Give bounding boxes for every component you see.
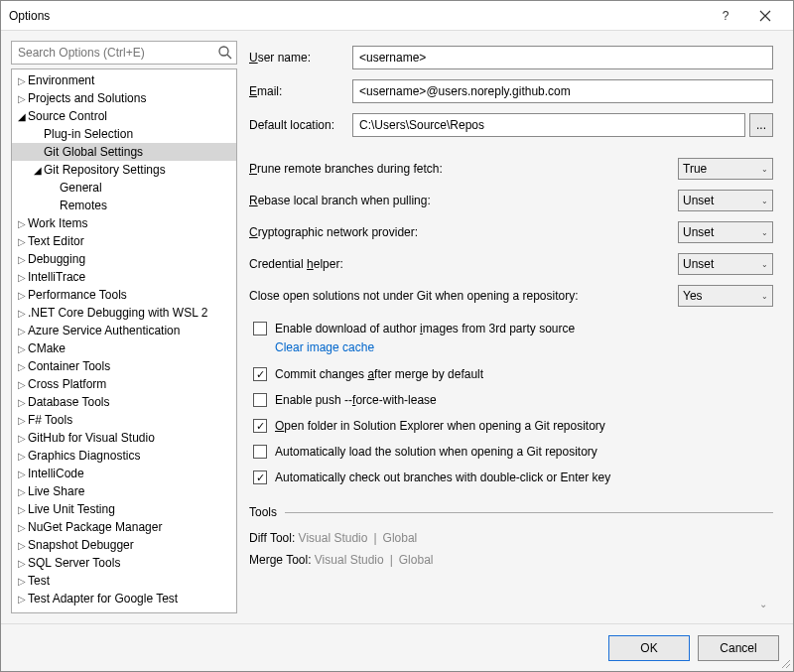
tree-item-label: Source Control	[28, 109, 107, 123]
diff-tool-visual-studio[interactable]: Visual Studio	[299, 531, 368, 545]
tree-item[interactable]: ▷Work Items	[12, 214, 236, 232]
arrow-right-icon: ▷	[16, 576, 28, 587]
arrow-right-icon: ▷	[16, 379, 28, 390]
tree-item[interactable]: ▷Test Adapter for Google Test	[12, 590, 236, 607]
merge-tool-global[interactable]: Global	[399, 553, 434, 567]
checkbox[interactable]: ✓	[253, 470, 267, 484]
username-input[interactable]	[352, 46, 773, 69]
tree-item-label: Projects and Solutions	[28, 91, 146, 105]
setting-dropdown[interactable]: Unset⌄	[678, 221, 773, 243]
checkbox[interactable]	[253, 393, 267, 407]
tree-item[interactable]: ▷Performance Tools	[12, 286, 236, 304]
tree-item[interactable]: ▷Graphics Diagnostics	[12, 447, 236, 465]
checkbox[interactable]: ✓	[253, 367, 267, 381]
search-input[interactable]	[11, 41, 237, 65]
setting-dropdown[interactable]: Unset⌄	[678, 190, 773, 211]
tree-item[interactable]: ▷Live Unit Testing	[12, 500, 236, 518]
tree-item-label: Snapshot Debugger	[28, 538, 134, 552]
tree-item-label: Performance Tools	[28, 288, 127, 302]
merge-tool-label: Merge Tool:	[249, 553, 311, 567]
tree-item[interactable]: Remotes	[12, 197, 236, 214]
tree-item-label: Git Global Settings	[44, 145, 143, 159]
tree-item[interactable]: ▷Azure Service Authentication	[12, 322, 236, 339]
close-button[interactable]	[745, 1, 785, 31]
tree-item[interactable]: ▷Database Tools	[12, 393, 236, 411]
tree-item-label: .NET Core Debugging with WSL 2	[28, 306, 207, 320]
checkbox[interactable]: ✓	[253, 419, 267, 433]
arrow-right-icon: ▷	[16, 558, 28, 569]
divider	[285, 512, 773, 513]
chevron-down-icon: ⌄	[761, 260, 768, 269]
chevron-down-icon: ⌄	[761, 197, 768, 205]
chevron-down-icon: ⌄	[761, 165, 768, 174]
tree-item[interactable]: ▷Environment	[12, 71, 236, 89]
help-button[interactable]: ?	[706, 1, 745, 31]
setting-dropdown[interactable]: Yes⌄	[678, 285, 773, 307]
tree-item[interactable]: ▷SQL Server Tools	[12, 554, 236, 572]
browse-button[interactable]: ...	[749, 113, 773, 137]
tree-item-label: Test Adapter for Google Test	[28, 592, 178, 605]
tree-item-label: Plug-in Selection	[44, 127, 133, 141]
checkbox-label: Open folder in Solution Explorer when op…	[275, 419, 605, 433]
tree-item[interactable]: ▷CMake	[12, 339, 236, 357]
tree-item[interactable]: ▷Test	[12, 572, 236, 590]
tree-item-label: Debugging	[28, 252, 85, 266]
tree-item[interactable]: ▷Snapshot Debugger	[12, 536, 236, 554]
checkbox-label: Enable download of author images from 3r…	[275, 322, 575, 336]
arrow-right-icon: ▷	[16, 451, 28, 462]
checkbox[interactable]	[253, 322, 267, 336]
arrow-right-icon: ▷	[16, 218, 28, 229]
options-tree[interactable]: ▷Environment▷Projects and Solutions◢Sour…	[12, 69, 236, 612]
setting-dropdown[interactable]: True⌄	[678, 158, 773, 180]
tree-item-label: Graphics Diagnostics	[28, 449, 140, 463]
arrow-right-icon: ▷	[16, 254, 28, 265]
arrow-right-icon: ▷	[16, 236, 28, 247]
tree-item[interactable]: ◢Source Control	[12, 107, 236, 125]
diff-tool-global[interactable]: Global	[383, 531, 418, 545]
tree-item[interactable]: Git Global Settings	[12, 143, 236, 161]
tree-item-label: Cross Platform	[28, 377, 106, 391]
chevron-down-icon: ⌄	[761, 228, 768, 237]
tree-item[interactable]: ▷Live Share	[12, 482, 236, 500]
tree-item[interactable]: ▷NuGet Package Manager	[12, 518, 236, 536]
tree-item[interactable]: Plug-in Selection	[12, 125, 236, 143]
ok-button[interactable]: OK	[608, 635, 690, 661]
tree-item[interactable]: ◢Git Repository Settings	[12, 161, 236, 179]
tree-item-label: Azure Service Authentication	[28, 324, 180, 337]
tree-item[interactable]: ▷Container Tools	[12, 357, 236, 375]
tree-item[interactable]: ▷Cross Platform	[12, 375, 236, 393]
svg-point-0	[219, 47, 228, 56]
cancel-button[interactable]: Cancel	[698, 635, 779, 661]
email-label: Email:	[249, 84, 352, 98]
resize-grip-icon[interactable]	[779, 657, 791, 669]
window-title: Options	[9, 9, 706, 23]
tree-item[interactable]: General	[12, 179, 236, 197]
tree-item[interactable]: ▷Projects and Solutions	[12, 89, 236, 107]
setting-dropdown[interactable]: Unset⌄	[678, 253, 773, 275]
tree-item[interactable]: ▷IntelliCode	[12, 465, 236, 482]
tree-item-label: Remotes	[60, 199, 107, 212]
arrow-right-icon: ▷	[16, 415, 28, 426]
arrow-right-icon: ▷	[16, 93, 28, 104]
setting-label: Prune remote branches during fetch:	[249, 162, 678, 176]
tree-item-label: Container Tools	[28, 359, 110, 373]
tree-item[interactable]: ▷F# Tools	[12, 411, 236, 429]
email-input[interactable]	[352, 79, 773, 103]
default-location-input[interactable]	[352, 113, 745, 137]
checkbox[interactable]	[253, 445, 267, 459]
setting-label: Credential helper:	[249, 257, 678, 271]
checkbox-label: Enable push --force-with-lease	[275, 393, 437, 407]
tree-item[interactable]: ▷Debugging	[12, 250, 236, 268]
arrow-right-icon: ▷	[16, 594, 28, 605]
svg-line-1	[227, 55, 231, 59]
clear-image-cache-link[interactable]: Clear image cache	[275, 340, 773, 354]
tree-item[interactable]: ▷.NET Core Debugging with WSL 2	[12, 304, 236, 322]
merge-tool-visual-studio[interactable]: Visual Studio	[315, 553, 384, 567]
tree-item[interactable]: ▷GitHub for Visual Studio	[12, 429, 236, 447]
username-label: User name:	[249, 51, 352, 65]
arrow-right-icon: ▷	[16, 343, 28, 354]
tree-item[interactable]: ▷IntelliTrace	[12, 268, 236, 286]
tree-item[interactable]: ▷Text Editor	[12, 232, 236, 250]
tree-item-label: IntelliTrace	[28, 270, 85, 284]
arrow-right-icon: ▷	[16, 290, 28, 301]
